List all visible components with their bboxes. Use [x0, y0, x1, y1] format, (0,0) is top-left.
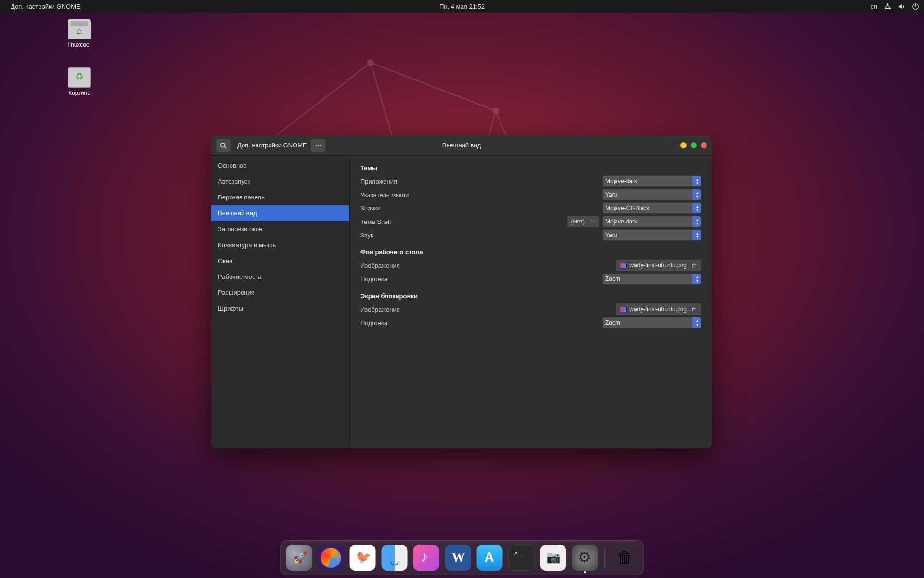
top-bar: Доп. настройки GNOME Пн, 4 мая 21:52 en	[0, 0, 924, 13]
dock-item-terminal[interactable]	[509, 545, 535, 571]
background-image-button[interactable]: warty-final-ubuntu.png 🗀	[616, 260, 701, 271]
folder-icon	[68, 19, 91, 39]
row-applications-theme: Приложения Mojave-dark▴▾	[360, 174, 701, 188]
section-title-themes: Темы	[360, 164, 701, 171]
row-background-fit: Подгонка Zoom▴▾	[360, 272, 701, 286]
dock-item-music[interactable]	[413, 545, 439, 571]
search-button[interactable]	[216, 139, 231, 152]
trash-icon	[68, 67, 91, 88]
volume-icon[interactable]	[898, 3, 905, 10]
desktop: Доп. настройки GNOME Пн, 4 мая 21:52 en …	[0, 0, 924, 578]
svg-point-8	[887, 3, 889, 5]
dock-item-settings[interactable]	[572, 545, 598, 571]
sidebar: ОсновноеАвтозапускВерхняя панельВнешний …	[211, 156, 350, 448]
row-shell-theme: Тема Shell (Нет) 🗀 Mojave-dark▴▾	[360, 215, 701, 228]
dock	[280, 540, 644, 575]
svg-point-9	[885, 7, 886, 9]
sidebar-item[interactable]: Верхняя панель	[211, 189, 349, 205]
shell-theme-dropdown[interactable]: Mojave-dark▴▾	[602, 216, 701, 227]
dock-item-firefox[interactable]	[318, 545, 344, 571]
shell-theme-file-button[interactable]: (Нет) 🗀	[567, 216, 599, 227]
sidebar-item[interactable]: Внешний вид	[211, 205, 349, 221]
gnome-tweaks-window: Доп. настройки GNOME Внешний вид Основно…	[211, 135, 712, 448]
applications-theme-dropdown[interactable]: Mojave-dark▴▾	[602, 175, 701, 187]
keyboard-layout-indicator[interactable]: en	[871, 3, 877, 10]
row-icons-theme: Значки Mojave-CT-Black▴▾	[360, 201, 701, 215]
clock[interactable]: Пн, 4 мая 21:52	[439, 3, 485, 10]
trash-desktop-icon[interactable]: Корзина	[58, 67, 101, 96]
dock-item-trash[interactable]	[612, 545, 638, 571]
titlebar-subtitle: Доп. настройки GNOME	[237, 142, 307, 149]
dock-item-app-store[interactable]	[477, 545, 503, 571]
row-cursor-theme: Указатель мыши Yaru▴▾	[360, 188, 701, 201]
section-title-lockscreen: Экран блокировки	[360, 292, 701, 300]
sidebar-item[interactable]: Автозапуск	[211, 173, 349, 189]
image-thumbnail-icon	[620, 263, 627, 268]
home-folder-icon[interactable]: linuxcool	[58, 19, 101, 48]
image-thumbnail-icon	[620, 307, 627, 312]
sidebar-item[interactable]: Рабочие места	[211, 269, 349, 285]
minimize-button[interactable]	[680, 142, 687, 148]
dock-item-mail[interactable]	[350, 545, 376, 571]
titlebar[interactable]: Доп. настройки GNOME Внешний вид	[211, 135, 712, 156]
svg-point-13	[315, 144, 317, 146]
row-background-image: Изображение warty-final-ubuntu.png 🗀	[360, 259, 701, 272]
dock-item-word[interactable]	[445, 545, 471, 571]
svg-point-10	[889, 7, 891, 9]
row-lockscreen-image: Изображение warty-final-ubuntu.png 🗀	[360, 302, 701, 316]
folder-icon: 🗀	[692, 262, 697, 269]
app-menu-title[interactable]: Доп. настройки GNOME	[11, 3, 80, 10]
folder-icon: 🗀	[692, 306, 697, 313]
sidebar-item[interactable]: Окна	[211, 253, 349, 269]
svg-point-15	[320, 144, 321, 146]
sidebar-item[interactable]: Клавиатура и мышь	[211, 237, 349, 253]
svg-point-14	[317, 144, 319, 146]
dock-separator	[605, 548, 605, 568]
menu-button[interactable]	[311, 139, 325, 152]
sidebar-item[interactable]: Основное	[211, 158, 349, 173]
icon-label: linuxcool	[58, 41, 101, 48]
maximize-button[interactable]	[691, 142, 697, 148]
row-sound-theme: Звук Yaru▴▾	[360, 228, 701, 242]
section-title-background: Фон рабочего стола	[360, 249, 701, 256]
icons-theme-dropdown[interactable]: Mojave-CT-Black▴▾	[602, 202, 701, 214]
cursor-theme-dropdown[interactable]: Yaru▴▾	[602, 189, 701, 200]
dock-item-finder[interactable]	[382, 545, 408, 571]
sidebar-item[interactable]: Расширения	[211, 285, 349, 301]
folder-icon: 🗀	[590, 218, 595, 225]
close-button[interactable]	[701, 142, 707, 148]
power-icon[interactable]	[912, 3, 919, 10]
svg-point-12	[221, 143, 225, 147]
dock-item-screenshot[interactable]	[540, 545, 566, 571]
content-pane: Темы Приложения Mojave-dark▴▾ Указатель …	[350, 156, 712, 448]
svg-point-2	[493, 108, 499, 114]
sidebar-item[interactable]: Заголовки окон	[211, 221, 349, 237]
icon-label: Корзина	[58, 90, 101, 96]
sound-theme-dropdown[interactable]: Yaru▴▾	[602, 229, 701, 241]
dock-item-launchpad[interactable]	[286, 545, 312, 571]
window-title: Внешний вид	[442, 142, 481, 149]
row-lockscreen-fit: Подгонка Zoom▴▾	[360, 316, 701, 329]
svg-point-1	[368, 60, 373, 66]
background-fit-dropdown[interactable]: Zoom▴▾	[602, 273, 701, 285]
lockscreen-fit-dropdown[interactable]: Zoom▴▾	[602, 317, 701, 328]
sidebar-item[interactable]: Шрифты	[211, 301, 349, 316]
network-icon[interactable]	[884, 3, 891, 10]
lockscreen-image-button[interactable]: warty-final-ubuntu.png 🗀	[616, 303, 701, 315]
